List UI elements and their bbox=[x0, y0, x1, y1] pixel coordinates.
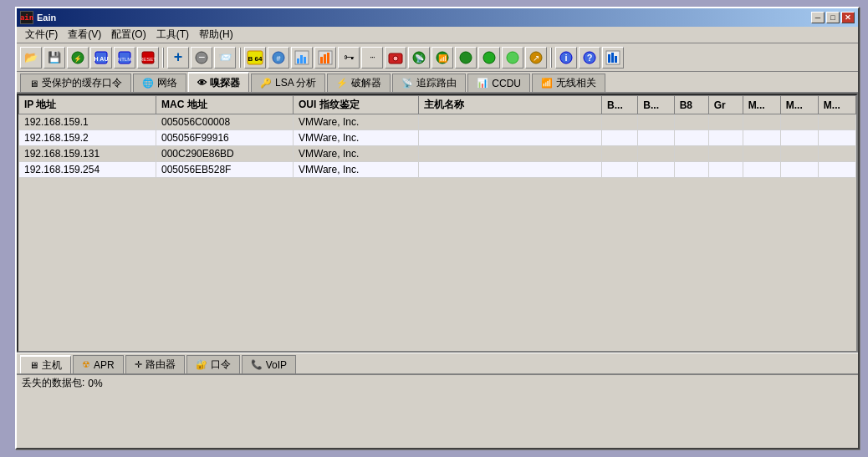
col-b8[interactable]: B8 bbox=[674, 96, 708, 114]
traceroute-icon: 📡 bbox=[401, 78, 413, 89]
toolbar-remove[interactable]: − bbox=[191, 47, 212, 69]
cell-gr bbox=[708, 114, 743, 130]
tab-network[interactable]: 🌐 网络 bbox=[133, 74, 186, 92]
svg-text:NTLM: NTLM bbox=[118, 57, 131, 62]
toolbar-add[interactable]: + bbox=[167, 47, 189, 69]
tab-wireless[interactable]: 📶 无线相关 bbox=[532, 74, 605, 92]
app-icon: ain bbox=[20, 11, 33, 24]
sniffer-icon: 👁 bbox=[197, 78, 207, 88]
toolbar-info[interactable]: i bbox=[555, 47, 577, 69]
tab-ccdu[interactable]: 📊 CCDU bbox=[467, 74, 530, 92]
svg-rect-19 bbox=[320, 57, 323, 63]
toolbar-key[interactable]: 🗝 bbox=[338, 47, 360, 69]
close-button[interactable]: ✕ bbox=[841, 12, 855, 23]
table-row[interactable]: 192.168.159.1005056C00008VMWare, Inc. bbox=[19, 114, 856, 130]
svg-text:📶: 📶 bbox=[438, 53, 448, 63]
minimize-button[interactable]: ─ bbox=[811, 12, 825, 23]
tab-lsa[interactable]: 🔑 LSA 分析 bbox=[251, 74, 325, 92]
toolbar-dots[interactable]: ··· bbox=[361, 47, 383, 69]
statusbar: 丢失的数据包: 0% bbox=[17, 374, 858, 391]
toolbar-wifi5[interactable] bbox=[502, 47, 523, 69]
cell-oui: VMWare, Inc. bbox=[294, 146, 419, 162]
cell-m3 bbox=[818, 146, 855, 162]
toolbar-scan[interactable]: ⚡ bbox=[67, 47, 89, 69]
toolbar: 📂 💾 ⚡ NTH AUTH NTLM RESET + − 📨 B 64 # bbox=[17, 43, 858, 72]
cell-hostname bbox=[419, 162, 602, 178]
wireless-icon: 📶 bbox=[541, 78, 553, 89]
toolbar-wifi3[interactable] bbox=[455, 47, 477, 69]
cell-b1 bbox=[602, 130, 638, 146]
toolbar-route[interactable]: ↗ bbox=[525, 47, 547, 69]
menu-view[interactable]: 查看(V) bbox=[63, 26, 106, 43]
cell-m1 bbox=[743, 146, 780, 162]
restore-button[interactable]: □ bbox=[826, 12, 840, 23]
cell-ip: 192.168.159.131 bbox=[19, 146, 156, 162]
cell-hostname bbox=[419, 114, 602, 130]
cell-hostname bbox=[419, 130, 602, 146]
bottom-tab-hosts[interactable]: 🖥 主机 bbox=[20, 355, 71, 373]
toolbar-bar1[interactable] bbox=[291, 47, 313, 69]
toolbar-wifi4[interactable] bbox=[478, 47, 500, 69]
svg-rect-39 bbox=[611, 53, 614, 63]
toolbar-b64[interactable]: B 64 bbox=[244, 47, 266, 69]
table-row[interactable]: 192.168.159.2005056F99916VMWare, Inc. bbox=[19, 130, 856, 146]
toolbar-bar2[interactable] bbox=[314, 47, 336, 69]
svg-text:#: # bbox=[276, 54, 280, 63]
titlebar: ain Eain ─ □ ✕ bbox=[17, 8, 858, 27]
table-row[interactable]: 192.168.159.131000C290E86BDVMWare, Inc. bbox=[19, 146, 856, 162]
svg-rect-17 bbox=[304, 57, 306, 63]
svg-point-23 bbox=[393, 56, 398, 61]
col-ip[interactable]: IP 地址 bbox=[19, 96, 156, 114]
menu-help[interactable]: 帮助(H) bbox=[194, 26, 238, 43]
menu-tools[interactable]: 工具(T) bbox=[151, 26, 194, 43]
bottom-tab-cmd[interactable]: 🔐 口令 bbox=[186, 355, 240, 373]
toolbar-reset[interactable]: RESET bbox=[137, 47, 159, 69]
svg-point-29 bbox=[483, 52, 495, 63]
toolbar-chart[interactable] bbox=[602, 47, 624, 69]
cell-hostname bbox=[419, 146, 602, 162]
protected-icon: 🖥 bbox=[29, 79, 38, 89]
bottom-tab-router[interactable]: ✛ 路由器 bbox=[125, 355, 185, 373]
toolbar-open[interactable]: 📂 bbox=[20, 47, 42, 69]
col-hostname[interactable]: 主机名称 bbox=[419, 96, 602, 114]
toolbar-wifi2[interactable]: 📶 bbox=[431, 47, 453, 69]
titlebar-controls: ─ □ ✕ bbox=[811, 12, 855, 23]
menu-config[interactable]: 配置(O) bbox=[106, 26, 151, 43]
col-gr[interactable]: Gr bbox=[708, 96, 743, 114]
toolbar-hash[interactable]: # bbox=[268, 47, 289, 69]
bottom-tab-voip[interactable]: 📞 VoIP bbox=[242, 355, 296, 373]
svg-text:−: − bbox=[198, 50, 205, 63]
menu-file[interactable]: 文件(F) bbox=[20, 26, 63, 43]
toolbar-save[interactable]: 💾 bbox=[43, 47, 65, 69]
col-m3[interactable]: M... bbox=[818, 96, 855, 114]
col-oui[interactable]: OUI 指纹鉴定 bbox=[294, 96, 419, 114]
titlebar-left: ain Eain bbox=[20, 11, 56, 24]
toolbar-auth1[interactable]: NTH AUTH bbox=[90, 47, 112, 69]
toolbar-sep3 bbox=[550, 48, 552, 68]
toolbar-question[interactable]: ? bbox=[579, 47, 600, 69]
tab-cracker[interactable]: ⚡ 破解器 bbox=[327, 74, 391, 92]
toolbar-send[interactable]: 📨 bbox=[214, 47, 236, 69]
toolbar-auth2[interactable]: NTLM bbox=[114, 47, 135, 69]
toolbar-wifi1[interactable]: 📡 bbox=[408, 47, 430, 69]
tab-protected[interactable]: 🖥 受保护的缓存口令 bbox=[20, 74, 131, 92]
cell-ip: 192.168.159.2 bbox=[19, 130, 156, 146]
cell-oui: VMWare, Inc. bbox=[294, 162, 419, 178]
col-m1[interactable]: M... bbox=[743, 96, 780, 114]
cell-gr bbox=[708, 146, 743, 162]
tab-traceroute[interactable]: 📡 追踪路由 bbox=[392, 74, 466, 92]
toolbar-sep2 bbox=[239, 48, 241, 68]
bottom-tab-apr[interactable]: ☢ APR bbox=[73, 355, 124, 373]
tab-sniffer[interactable]: 👁 嗅探器 bbox=[188, 72, 249, 92]
svg-text:NTH AUTH: NTH AUTH bbox=[94, 56, 109, 62]
col-mac[interactable]: MAC 地址 bbox=[156, 96, 294, 114]
toolbar-cap[interactable] bbox=[385, 47, 406, 69]
table-row[interactable]: 192.168.159.254005056EB528FVMWare, Inc. bbox=[19, 162, 856, 178]
col-b2[interactable]: B... bbox=[638, 96, 674, 114]
svg-text:📡: 📡 bbox=[415, 53, 425, 63]
svg-rect-16 bbox=[300, 55, 303, 63]
network-icon: 🌐 bbox=[142, 78, 154, 89]
col-m2[interactable]: M... bbox=[780, 96, 818, 114]
svg-point-30 bbox=[507, 52, 518, 63]
col-b1[interactable]: B... bbox=[602, 96, 638, 114]
